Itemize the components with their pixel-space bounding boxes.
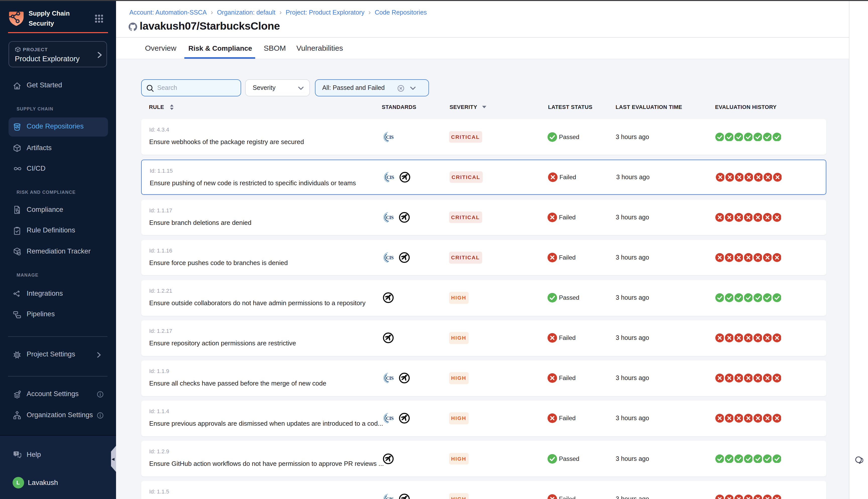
svg-text:CIS: CIS: [386, 255, 394, 260]
svg-text:CIS: CIS: [386, 416, 394, 421]
svg-text:CIS: CIS: [386, 376, 394, 381]
svg-text:?: ?: [15, 452, 17, 455]
svg-text:CIS: CIS: [386, 175, 394, 180]
svg-text:CIS: CIS: [386, 496, 394, 499]
svg-text:CIS: CIS: [386, 134, 394, 139]
svg-text:CIS: CIS: [386, 215, 394, 220]
